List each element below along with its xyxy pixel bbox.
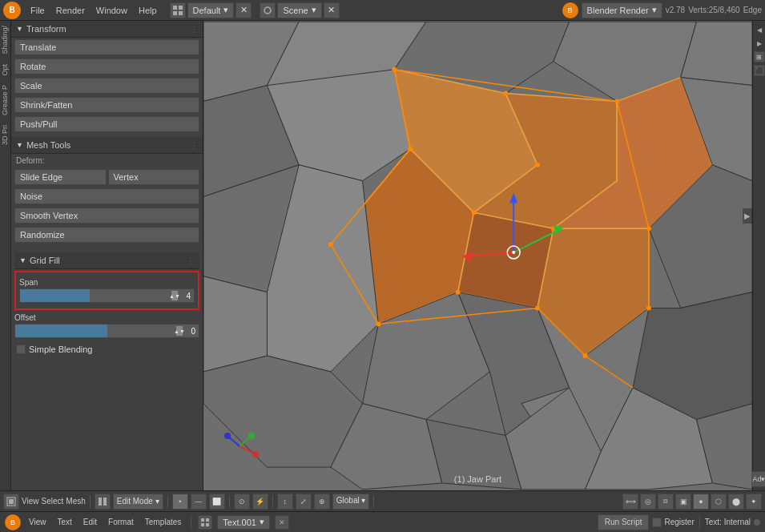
pivot-selector[interactable]: Global ▾ xyxy=(332,494,370,510)
snap-icon[interactable]: ⚡ xyxy=(252,494,268,510)
svg-point-68 xyxy=(252,451,259,457)
text-file-close[interactable]: ✕ xyxy=(275,515,289,530)
right-icon-render[interactable]: ⬛ xyxy=(754,65,765,76)
rotate-button[interactable]: Rotate xyxy=(14,58,199,75)
vertex-button[interactable]: Vertex xyxy=(108,169,200,185)
file-menu[interactable]: File xyxy=(26,4,50,17)
nav-gizmo xyxy=(219,426,260,466)
tool-1-icon[interactable]: ↕ xyxy=(277,494,293,510)
vtab-opt[interactable]: Opt xyxy=(0,59,11,81)
svg-marker-16 xyxy=(458,212,554,308)
xray-icon[interactable]: ⧈ xyxy=(658,494,674,510)
offset-label: Offset xyxy=(14,313,199,322)
scene-close-icon[interactable]: ✕ xyxy=(324,2,340,18)
mesh-tools-triangle-icon: ▼ xyxy=(16,141,23,149)
statusbar-edit[interactable]: Edit xyxy=(80,516,100,528)
svg-rect-74 xyxy=(103,498,107,506)
window-menu[interactable]: Window xyxy=(91,4,132,17)
svg-rect-76 xyxy=(206,518,209,522)
solid-icon[interactable]: ● xyxy=(693,494,709,510)
mode-selector[interactable]: Edit Mode ▾ xyxy=(113,494,163,510)
statusbar-sep xyxy=(191,516,191,529)
view-icon-btn[interactable] xyxy=(3,494,19,510)
toolbar-sep-5 xyxy=(373,495,374,508)
viewport[interactable]: User Ortho xyxy=(203,21,752,490)
mesh-tools-section-header[interactable]: ▼ Mesh Tools ⋮ xyxy=(11,137,203,154)
register-label: Register xyxy=(664,518,694,526)
mirror-icon[interactable]: ⟺ xyxy=(622,494,638,510)
header-right: B Blender Render ▾ v2.78 Verts:25/8,460 … xyxy=(562,2,762,18)
statusbar-view[interactable]: View xyxy=(26,516,50,528)
statusbar-text[interactable]: Text xyxy=(54,516,75,528)
blender-logo-icon[interactable]: B xyxy=(3,2,21,19)
render-preview-icon[interactable]: ▣ xyxy=(675,494,691,510)
statusbar-format[interactable]: Format xyxy=(105,516,137,528)
view-menu-label[interactable]: View xyxy=(22,497,39,506)
noise-button[interactable]: Noise xyxy=(14,188,199,204)
svg-point-56 xyxy=(583,353,588,358)
engine-icon: B xyxy=(562,2,578,18)
tool-3-icon[interactable]: ⊕ xyxy=(314,494,330,510)
select-menu-label[interactable]: Select xyxy=(42,497,64,506)
slide-edge-button[interactable]: Slide Edge xyxy=(14,169,107,185)
transform-section-header[interactable]: ▼ Transform ⋮ xyxy=(11,21,203,38)
transform-dots-icon: ⋮ xyxy=(190,25,198,34)
wire-icon[interactable]: ⬡ xyxy=(711,494,727,510)
view-left-arrow[interactable]: ◀ xyxy=(754,24,765,35)
version-text: v2.78 xyxy=(666,6,685,14)
screen-layout-icon[interactable] xyxy=(170,2,186,18)
text-file-selector[interactable]: Text.001 ▾ xyxy=(217,515,270,530)
span-slider[interactable]: 4 ▲▼ xyxy=(19,288,195,303)
statusbar-right: Run Script Register Text: Internal xyxy=(598,514,760,530)
texture-icon[interactable]: ⬤ xyxy=(728,494,744,510)
vtab-grease[interactable]: Grease P xyxy=(0,80,11,120)
right-icon-grid[interactable]: ⊞ xyxy=(754,51,765,62)
render-menu[interactable]: Render xyxy=(51,4,90,17)
mesh-menu-label[interactable]: Mesh xyxy=(66,497,85,506)
scale-button[interactable]: Scale xyxy=(14,78,199,94)
left-panel: ▼ Transform ⋮ Translate Rotate Scale Shr… xyxy=(11,21,203,490)
scrollbar-indicator xyxy=(754,519,760,526)
svg-rect-73 xyxy=(99,498,102,506)
svg-point-55 xyxy=(376,321,380,326)
register-checkbox[interactable] xyxy=(652,518,662,527)
svg-rect-72 xyxy=(9,499,14,504)
scene-selector[interactable]: Scene ▾ xyxy=(277,2,321,18)
statusbar-templates[interactable]: Templates xyxy=(142,516,185,528)
face-select-icon[interactable]: ⬜ xyxy=(209,494,225,510)
scene-icon xyxy=(260,2,276,18)
span-label: Span xyxy=(19,278,195,287)
engine-selector[interactable]: Blender Render ▾ xyxy=(582,2,662,18)
offset-slider[interactable]: 0 ▲▼ xyxy=(14,324,199,338)
proportional-icon[interactable]: ◎ xyxy=(640,494,656,510)
offset-arrows[interactable]: ▲▼ xyxy=(176,326,183,336)
shrinkflatten-button[interactable]: Shrink/Fatten xyxy=(14,97,199,113)
svg-point-69 xyxy=(248,433,255,439)
vertex-select-icon[interactable]: • xyxy=(172,494,188,510)
main-area: Shading/ Opt Grease P 3D Pri ▼ Transform… xyxy=(0,21,765,490)
grid-fill-section-header[interactable]: ▼ Grid Fill ⋮ xyxy=(14,252,199,269)
smooth-vertex-button[interactable]: Smooth Vertex xyxy=(14,208,199,224)
vtab-shading[interactable]: Shading/ xyxy=(0,21,11,59)
randomize-button[interactable]: Randomize xyxy=(14,227,199,243)
span-arrows[interactable]: ▲▼ xyxy=(171,291,178,300)
svg-point-46 xyxy=(408,147,413,151)
viewport-expand-right[interactable]: ▶ xyxy=(743,208,752,224)
tool-2-icon[interactable]: ⤢ xyxy=(296,494,312,510)
run-script-button[interactable]: Run Script xyxy=(598,514,650,530)
simple-blending-checkbox[interactable] xyxy=(16,345,26,354)
view-right-arrow[interactable]: ▶ xyxy=(754,38,765,49)
screen-close-icon[interactable]: ✕ xyxy=(236,2,252,18)
screen-layout-selector[interactable]: Default ▾ xyxy=(187,2,235,18)
vtab-3dpri[interactable]: 3D Pri xyxy=(0,120,11,150)
svg-point-52 xyxy=(456,290,461,295)
edge-select-icon[interactable]: — xyxy=(191,494,207,510)
svg-marker-26 xyxy=(203,276,267,372)
rendered-icon[interactable]: ✦ xyxy=(746,494,762,510)
grid-fill-dots-icon: ⋮ xyxy=(187,256,195,265)
pushpull-button[interactable]: Push/Pull xyxy=(14,116,199,132)
svg-point-4 xyxy=(264,7,271,14)
translate-button[interactable]: Translate xyxy=(14,39,199,55)
help-menu[interactable]: Help xyxy=(134,4,162,17)
proportional-edit-icon[interactable]: ⊙ xyxy=(234,494,250,510)
